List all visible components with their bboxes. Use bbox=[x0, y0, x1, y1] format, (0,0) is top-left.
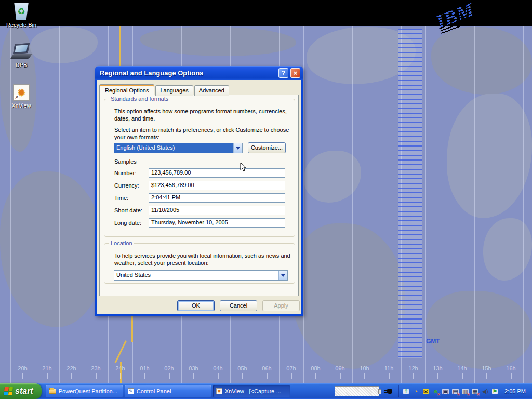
start-button-label: start bbox=[15, 387, 33, 396]
xnview-icon: ✹ bbox=[216, 388, 222, 394]
laptop-icon bbox=[11, 43, 32, 60]
sample-row: Currency: $123,456,789.00 bbox=[114, 179, 285, 192]
location-combobox[interactable]: United States bbox=[114, 270, 288, 281]
safely-remove-hardware-icon[interactable]: ↥ bbox=[402, 387, 410, 396]
sample-value-field[interactable]: Thursday, November 10, 2005 bbox=[149, 218, 285, 228]
timezone-label: 04h bbox=[213, 365, 222, 371]
timezone-tick bbox=[413, 373, 414, 379]
timezone-tick bbox=[47, 373, 48, 379]
timezone-tick bbox=[267, 373, 268, 379]
timezone-cell: 04h bbox=[206, 365, 230, 379]
system-health-icon[interactable]: ◔ bbox=[411, 387, 420, 396]
timezone-cell: 10h bbox=[352, 365, 377, 379]
local-network-icon[interactable]: ▣ bbox=[441, 387, 450, 396]
timezone-tick bbox=[315, 373, 316, 379]
control-panel-icon: ✎ bbox=[128, 388, 134, 394]
dialog-titlebar[interactable]: Regional and Language Options ? × bbox=[95, 66, 303, 80]
dialog-body: Regional Options Languages Advanced Stan… bbox=[95, 80, 303, 316]
desktop-icon-xnview[interactable]: ✹ ↗ XnView bbox=[1, 84, 42, 109]
timezone-tick bbox=[144, 373, 145, 379]
timezone-tick bbox=[291, 373, 292, 379]
removable-media-icon[interactable]: ⚑ bbox=[490, 387, 499, 396]
close-button[interactable]: × bbox=[290, 68, 300, 78]
system-tray: ↥ ◔ ✉ ☻ ✕ ▣ ▤ bbox=[402, 387, 499, 396]
time-marker-line bbox=[119, 26, 121, 66]
combobox-dropdown-button[interactable] bbox=[233, 143, 242, 153]
task-button-powerquest[interactable]: PowerQuest Partition... bbox=[46, 385, 123, 397]
task-button-control-panel[interactable]: ✎ Control Panel bbox=[125, 385, 211, 397]
desktop-icon-dpb[interactable]: DPB bbox=[1, 43, 42, 68]
tab-languages[interactable]: Languages bbox=[155, 85, 193, 96]
apply-button[interactable]: Apply bbox=[262, 300, 300, 311]
sample-row: Time: 2:04:41 PM bbox=[114, 192, 285, 204]
dialog-title: Regional and Language Options bbox=[100, 69, 276, 77]
device-disconnected-icon[interactable]: ▥ ✕ bbox=[461, 387, 470, 396]
desktop-icon-label: DPB bbox=[16, 62, 28, 68]
timezone-tick bbox=[462, 373, 463, 379]
samples-rows: Number: 123,456,789.00 Currency: $123,45… bbox=[114, 167, 285, 229]
cancel-button[interactable]: Cancel bbox=[220, 300, 257, 311]
timezone-cell: 05h bbox=[230, 365, 255, 379]
timezone-cell: 13h bbox=[425, 365, 450, 379]
timezone-label: 14h bbox=[457, 365, 467, 371]
messenger-status-icon[interactable]: ☻ ✕ bbox=[431, 387, 440, 396]
wireless-disconnected-icon[interactable]: ▦ ✕ bbox=[471, 387, 480, 396]
help-button[interactable]: ? bbox=[278, 68, 288, 78]
start-button[interactable]: start bbox=[0, 383, 42, 399]
timezone-label: 20h bbox=[18, 365, 27, 371]
battery-meter[interactable]: --- bbox=[335, 386, 379, 396]
task-buttons: PowerQuest Partition... ✎ Control Panel … bbox=[46, 385, 290, 397]
timezone-cell: 08h bbox=[303, 365, 328, 379]
tab-advanced[interactable]: Advanced bbox=[194, 85, 229, 96]
wallpaper-top-band: IBM bbox=[0, 0, 532, 26]
network-disconnected-icon[interactable]: ▤ ✕ bbox=[451, 387, 460, 396]
xnview-icon: ✹ ↗ bbox=[13, 84, 30, 101]
timezone-cell: 06h bbox=[255, 365, 279, 379]
ok-button[interactable]: OK bbox=[177, 300, 215, 311]
gmt-label: GMT bbox=[426, 338, 440, 345]
sample-row: Long date: Thursday, November 10, 2005 bbox=[114, 217, 285, 229]
timezone-cell: 12h bbox=[401, 365, 425, 379]
timezone-cell: 23h bbox=[84, 365, 108, 379]
timezone-cell: 20h bbox=[10, 365, 35, 379]
timezone-cell: 22h bbox=[59, 365, 84, 379]
sample-label: Currency: bbox=[114, 182, 149, 189]
desktop-icon-recycle-bin[interactable]: ♻ Recycle Bin bbox=[1, 3, 42, 28]
timezone-label: 22h bbox=[66, 365, 76, 371]
timezone-tick bbox=[486, 373, 487, 379]
timezone-tick bbox=[71, 373, 72, 379]
task-button-xnview[interactable]: ✹ XnView - [<Capture-... bbox=[213, 385, 290, 397]
taskbar-clock[interactable]: 2:05 PM bbox=[499, 388, 532, 394]
customize-button[interactable]: Customize... bbox=[248, 142, 286, 153]
sample-value-field[interactable]: $123,456,789.00 bbox=[149, 181, 285, 190]
timezone-label: 16h bbox=[506, 365, 515, 371]
message-center-icon[interactable]: ✉ bbox=[421, 387, 430, 396]
sample-value-field[interactable]: 2:04:41 PM bbox=[149, 193, 285, 203]
format-combobox[interactable]: English (United States) bbox=[114, 143, 243, 153]
desktop-icon-label: Recycle Bin bbox=[6, 22, 36, 28]
timezone-label: 10h bbox=[360, 365, 369, 371]
timezone-labels-row: 20h 21h 22h 23h 24h bbox=[10, 365, 523, 379]
sample-row: Number: 123,456,789.00 bbox=[114, 167, 285, 179]
shortcut-arrow-icon: ↗ bbox=[14, 95, 19, 100]
tab-page-regional-options: Standards and formats This option affect… bbox=[99, 95, 299, 296]
recycle-bin-icon: ♻ bbox=[14, 3, 29, 20]
sample-value-field[interactable]: 123,456,789.00 bbox=[149, 168, 285, 178]
timezone-cell: 14h bbox=[450, 365, 474, 379]
timezone-tick bbox=[169, 373, 170, 379]
timezone-tick bbox=[364, 373, 365, 379]
timezone-cell: 02h bbox=[157, 365, 181, 379]
tab-regional-options[interactable]: Regional Options bbox=[99, 84, 154, 96]
sample-value-field[interactable]: 11/10/2005 bbox=[149, 206, 285, 215]
timezone-label: 12h bbox=[408, 365, 418, 371]
timezone-label: 08h bbox=[311, 365, 320, 371]
volume-icon[interactable]: ◀) bbox=[481, 387, 489, 396]
timezone-tick bbox=[389, 373, 390, 379]
combobox-dropdown-button[interactable] bbox=[278, 271, 287, 280]
samples-title: Samples bbox=[114, 158, 137, 165]
timezone-tick bbox=[340, 373, 341, 379]
tray-separator bbox=[398, 385, 398, 397]
timezone-tick bbox=[242, 373, 243, 379]
timezone-label: 05h bbox=[237, 365, 247, 371]
location-group: Location To help services provide you wi… bbox=[104, 243, 295, 284]
